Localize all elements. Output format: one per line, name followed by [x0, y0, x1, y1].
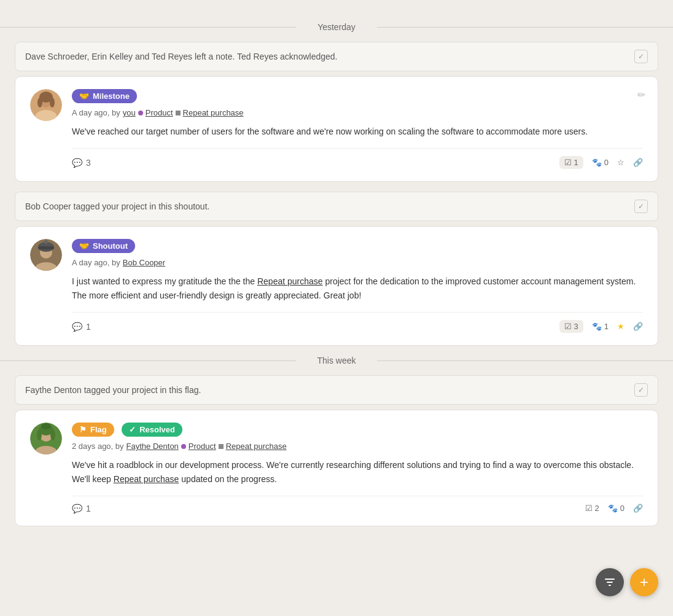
star-action-2[interactable]: ★ [617, 322, 624, 331]
comment-btn-1[interactable]: 💬 3 [72, 158, 91, 168]
card-body-text-1: We've reached our target number of users… [72, 127, 588, 136]
check-action-3[interactable]: ☑ 2 [585, 504, 599, 513]
star-icon-1: ☆ [617, 158, 624, 167]
feed-container: Yesterday Dave Schroeder, Erin Kelley an… [0, 0, 673, 548]
boost-action-1[interactable]: 🐾 0 [592, 158, 609, 167]
tag-square-1 [176, 111, 181, 115]
check-icon-3: ☑ [585, 504, 593, 513]
tag-repeat-label-1: Repeat purchase [183, 108, 244, 117]
shoutout-card: 🤝 Shoutout A day ago, by Bob Cooper I ju… [15, 226, 658, 346]
tag-repeat-label-3: Repeat purchase [226, 442, 287, 451]
link-icon-2: 🔗 [633, 322, 643, 331]
link-action-3[interactable]: 🔗 [633, 504, 643, 513]
svg-point-17 [37, 429, 42, 440]
card-body-3: We've hit a roadblock in our development… [72, 458, 643, 486]
footer-actions-2: ☑ 3 🐾 1 ★ 🔗 [559, 320, 643, 333]
svg-point-19 [41, 423, 51, 429]
star-icon-2: ★ [617, 322, 624, 331]
tag-square-3 [219, 444, 224, 449]
svg-point-6 [50, 98, 55, 107]
card-body-text-2a: I just wanted to express my gratitude th… [72, 276, 255, 286]
boost-icon-1: 🐾 [592, 158, 602, 167]
comment-icon-3: 💬 [72, 504, 82, 513]
card-footer-2: 💬 1 ☑ 3 🐾 1 ★ [72, 312, 643, 333]
boost-count-3: 0 [620, 504, 624, 513]
notification-bar-3: Faythe Denton tagged your project in thi… [15, 375, 658, 405]
comment-btn-3[interactable]: 💬 1 [72, 504, 91, 513]
boost-action-2[interactable]: 🐾 1 [592, 322, 609, 331]
author-link-1[interactable]: you [123, 108, 136, 117]
author-link-2[interactable]: Bob Cooper [123, 258, 165, 267]
card-content-2: 🤝 Shoutout A day ago, by Bob Cooper I ju… [72, 239, 643, 333]
acknowledge-check-2[interactable]: ✓ [634, 200, 648, 213]
link-action-1[interactable]: 🔗 [633, 158, 643, 167]
card-body-2: I just wanted to express my gratitude th… [72, 275, 643, 302]
comment-icon-2: 💬 [72, 322, 82, 332]
card-header-1: 🤝 Milestone A day ago, by you Product Re… [30, 89, 643, 169]
repeat-purchase-link-3[interactable]: Repeat purchase [114, 474, 179, 484]
avatar-3 [30, 423, 62, 454]
add-fab[interactable]: + [630, 568, 658, 596]
meta-text-1: A day ago, by [72, 108, 120, 117]
check-count-2: 3 [574, 322, 578, 331]
comment-btn-2[interactable]: 💬 1 [72, 322, 91, 332]
card-body-1: We've reached our target number of users… [72, 125, 643, 138]
check-action-1[interactable]: ☑ 1 [559, 156, 583, 169]
tag-product-label-3: Product [189, 442, 216, 451]
svg-rect-11 [38, 246, 54, 249]
card-content-1: 🤝 Milestone A day ago, by you Product Re… [72, 89, 643, 169]
card-header-3: ⚑ Flag ✓ Resolved 2 days ago, by Faythe … [30, 423, 643, 513]
card-footer-1: 💬 3 ☑ 1 🐾 0 ☆ [72, 148, 643, 169]
star-action-1[interactable]: ☆ [617, 158, 624, 167]
avatar-1 [30, 89, 62, 121]
card-content-3: ⚑ Flag ✓ Resolved 2 days ago, by Faythe … [72, 423, 643, 513]
comment-icon-1: 💬 [72, 158, 82, 168]
boost-count-2: 1 [604, 322, 609, 331]
acknowledge-check-1[interactable]: ✓ [634, 50, 648, 63]
repeat-purchase-link-2[interactable]: Repeat purchase [257, 276, 323, 286]
check-count-3: 2 [595, 504, 599, 513]
footer-actions-1: ☑ 1 🐾 0 ☆ 🔗 [559, 156, 643, 169]
shoutout-icon: 🤝 [79, 241, 89, 251]
boost-action-3[interactable]: 🐾 0 [608, 504, 624, 513]
milestone-label: Milestone [93, 92, 130, 101]
flag-card: ⚑ Flag ✓ Resolved 2 days ago, by Faythe … [15, 410, 658, 526]
edit-button-1[interactable]: ✏ [637, 89, 645, 101]
boost-icon-3: 🐾 [608, 504, 618, 513]
avatar-2 [30, 239, 62, 271]
yesterday-label: Yesterday [317, 22, 356, 32]
svg-point-5 [37, 98, 42, 107]
card-footer-3: 💬 1 ☑ 2 🐾 0 🔗 [72, 496, 643, 513]
tag-product-3[interactable]: Product [181, 442, 216, 451]
card-body-text-3b: updated on the progress. [181, 474, 277, 484]
meta-line-1: A day ago, by you Product Repeat purchas… [72, 108, 643, 117]
acknowledge-check-3[interactable]: ✓ [634, 383, 648, 397]
milestone-card: ✏ 🤝 Milestone [15, 76, 658, 182]
link-icon-1: 🔗 [633, 158, 643, 167]
shoutout-label: Shoutout [93, 241, 128, 251]
filter-fab[interactable] [596, 568, 624, 596]
tag-product-1[interactable]: Product [138, 108, 173, 117]
check-count-1: 1 [574, 158, 578, 167]
notification-bar-2: Bob Cooper tagged your project in this s… [15, 192, 658, 221]
comment-count-2: 1 [86, 322, 91, 332]
yesterday-separator: Yesterday [0, 22, 673, 32]
meta-line-3: 2 days ago, by Faythe Denton Product Rep… [72, 442, 643, 451]
meta-text-3: 2 days ago, by [72, 442, 124, 451]
check-icon-1: ☑ [564, 158, 572, 167]
tag-dot-3 [181, 444, 186, 449]
card-header-2: 🤝 Shoutout A day ago, by Bob Cooper I ju… [30, 239, 643, 333]
check-action-2[interactable]: ☑ 3 [559, 320, 583, 333]
resolved-label: Resolved [139, 425, 175, 434]
tag-repeat-3[interactable]: Repeat purchase [219, 442, 287, 451]
author-link-3[interactable]: Faythe Denton [126, 442, 179, 451]
badge-row-3: ⚑ Flag ✓ Resolved [72, 423, 643, 442]
boost-count-1: 0 [604, 158, 609, 167]
milestone-icon: 🤝 [79, 92, 89, 101]
footer-actions-3: ☑ 2 🐾 0 🔗 [585, 504, 643, 513]
link-action-2[interactable]: 🔗 [633, 322, 643, 331]
tag-repeat-1[interactable]: Repeat purchase [176, 108, 244, 117]
resolved-check-icon: ✓ [129, 425, 136, 434]
filter-icon [604, 576, 616, 588]
notification-text-1: Dave Schroeder, Erin Kelley and Ted Reye… [25, 52, 337, 61]
